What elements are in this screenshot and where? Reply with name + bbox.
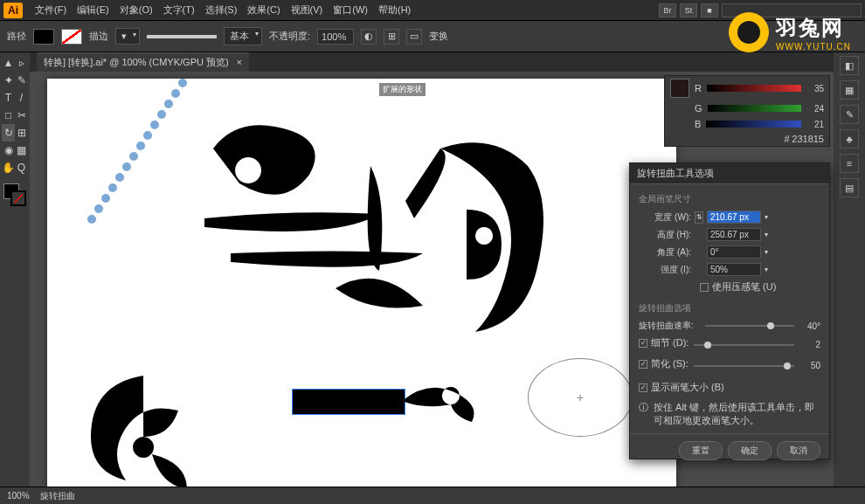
ok-button[interactable]: 确定 <box>728 441 772 460</box>
watermark: 羽兔网 WWW.YUTU.CN <box>729 12 851 52</box>
pen-tool[interactable]: ✎ <box>15 72 28 89</box>
scissors-tool[interactable]: ✂ <box>15 107 28 124</box>
watermark-cn: 羽兔网 <box>776 14 851 42</box>
g-value[interactable]: 24 <box>806 104 824 114</box>
stroke-label: 描边 <box>89 30 108 43</box>
hand-tool[interactable]: ✋ <box>2 159 15 176</box>
selected-shape[interactable] <box>292 380 493 424</box>
detail-label: 细节 (D): <box>651 336 689 349</box>
direct-select-tool[interactable]: ▹ <box>15 54 28 72</box>
document-tab-bar: 转换] [转换].ai* @ 100% (CMYK/GPU 预览) × <box>30 52 834 72</box>
menu-file[interactable]: 文件(F) <box>30 3 72 17</box>
zoom-level[interactable]: 100% <box>7 491 30 501</box>
selected-rect[interactable] <box>292 389 405 415</box>
color-panel-fill[interactable] <box>670 79 689 98</box>
simplify-slider[interactable] <box>694 365 794 367</box>
detail-value[interactable]: 2 <box>799 340 820 349</box>
transform-label: 变换 <box>429 30 448 43</box>
arrange-button[interactable]: ■ <box>701 3 718 17</box>
link-icon[interactable]: ⇅ <box>695 211 703 224</box>
b-slider[interactable] <box>706 121 801 128</box>
menu-object[interactable]: 对象(O) <box>114 3 158 17</box>
menu-edit[interactable]: 编辑(E) <box>72 3 114 17</box>
rate-value[interactable]: 40° <box>799 321 820 331</box>
hex-label: # <box>784 134 789 144</box>
swatches-panel-icon[interactable]: ▦ <box>840 80 859 100</box>
r-slider[interactable] <box>707 85 801 92</box>
height-input[interactable]: 250.67 px <box>707 228 761 241</box>
menu-select[interactable]: 选择(S) <box>200 3 243 17</box>
brush-dims-section: 全局画笔尺寸 <box>639 193 820 205</box>
status-bar: 100% 旋转扭曲 <box>0 487 865 504</box>
dialog-info-text: 按住 Alt 键，然后使用该工具单击，即可相应地更改画笔大小。 <box>654 401 820 428</box>
intensity-input[interactable]: 50% <box>707 263 761 276</box>
shape-label: 扩展的形状 <box>379 83 426 96</box>
width-input[interactable]: 210.67 px <box>707 211 761 224</box>
twirl-options-section: 旋转扭曲选项 <box>639 302 820 314</box>
stroke-weight-dropdown[interactable]: ▾ <box>115 28 140 45</box>
brush-cursor: + <box>528 358 633 437</box>
swirl-artwork <box>402 380 498 427</box>
color-picker[interactable] <box>2 183 28 210</box>
dotted-path-artwork: /*dots generated below*/ <box>73 79 196 253</box>
color-panel[interactable]: R 35 G 24 B 21 # 231815 <box>664 75 830 147</box>
layers-panel-icon[interactable]: ▤ <box>840 178 859 197</box>
stroke-color[interactable] <box>10 190 26 206</box>
bridge-button[interactable]: Br <box>659 3 676 17</box>
show-brush-checkbox[interactable]: ✓ <box>639 383 647 392</box>
color-panel-icon[interactable]: ◧ <box>840 56 859 75</box>
menu-effect[interactable]: 效果(C) <box>242 3 285 17</box>
app-logo: Ai <box>3 3 23 18</box>
intensity-dropdown-icon[interactable]: ▾ <box>765 266 773 273</box>
height-dropdown-icon[interactable]: ▾ <box>765 231 773 238</box>
crosshair-icon: + <box>577 390 584 404</box>
menu-help[interactable]: 帮助(H) <box>373 3 416 17</box>
brushes-panel-icon[interactable]: ✎ <box>840 105 859 124</box>
width-dropdown-icon[interactable]: ▾ <box>765 213 773 221</box>
hex-value[interactable]: 231815 <box>792 134 824 144</box>
stroke-swatch[interactable] <box>61 29 82 45</box>
magic-wand-tool[interactable]: ✦ <box>2 72 15 89</box>
mesh-tool[interactable]: ▦ <box>15 142 28 159</box>
menu-view[interactable]: 视图(V) <box>286 3 329 17</box>
stroke-panel-icon[interactable]: ≡ <box>840 154 859 173</box>
brush-style-dropdown[interactable]: 基本 <box>224 27 262 45</box>
close-tab-icon[interactable]: × <box>236 57 241 67</box>
document-tab-label: 转换] [转换].ai* @ 100% (CMYK/GPU 预览) <box>44 57 229 67</box>
width-tool[interactable]: ⊞ <box>15 124 28 142</box>
b-value[interactable]: 21 <box>806 120 824 129</box>
zoom-tool[interactable]: Q <box>15 159 28 176</box>
rotate-tool[interactable]: ↻ <box>2 124 15 142</box>
type-tool[interactable]: T <box>2 89 15 107</box>
pressure-label: 使用压感笔 (U) <box>712 280 776 293</box>
channel-b-label: B <box>695 119 701 129</box>
opacity-input[interactable]: 100% <box>317 29 354 45</box>
fill-swatch[interactable] <box>33 29 54 45</box>
reset-button[interactable]: 重置 <box>679 441 723 460</box>
rate-slider[interactable] <box>705 325 794 327</box>
stock-button[interactable]: St <box>680 3 697 17</box>
align-icon[interactable]: ⊞ <box>384 29 399 45</box>
line-tool[interactable]: / <box>15 89 28 107</box>
recolor-icon[interactable]: ◐ <box>361 29 377 45</box>
menu-type[interactable]: 文字(T) <box>158 3 200 17</box>
g-slider[interactable] <box>708 105 801 112</box>
selection-tool[interactable]: ▲ <box>2 54 15 72</box>
cancel-button[interactable]: 取消 <box>777 441 820 460</box>
menu-window[interactable]: 窗口(W) <box>328 3 373 17</box>
document-tab[interactable]: 转换] [转换].ai* @ 100% (CMYK/GPU 预览) × <box>37 52 249 72</box>
twirl-tool-dialog: 旋转扭曲工具选项 全局画笔尺寸 宽度 (W): ⇅ 210.67 px ▾ 高度… <box>629 162 830 459</box>
symbols-panel-icon[interactable]: ♣ <box>840 129 859 148</box>
rectangle-tool[interactable]: □ <box>2 107 15 124</box>
shapebuilder-tool[interactable]: ◉ <box>2 142 15 159</box>
detail-checkbox[interactable]: ✓ <box>639 339 647 348</box>
pressure-checkbox <box>700 283 709 292</box>
detail-slider[interactable] <box>694 344 794 346</box>
simplify-checkbox[interactable]: ✓ <box>639 360 647 369</box>
artboard[interactable]: /*dots generated below*/ + <box>47 79 676 487</box>
r-value[interactable]: 35 <box>806 84 824 93</box>
angle-input[interactable]: 0° <box>707 245 761 259</box>
simplify-value[interactable]: 50 <box>799 361 820 370</box>
shape-icon[interactable]: ▭ <box>406 29 422 45</box>
angle-dropdown-icon[interactable]: ▾ <box>765 248 773 256</box>
